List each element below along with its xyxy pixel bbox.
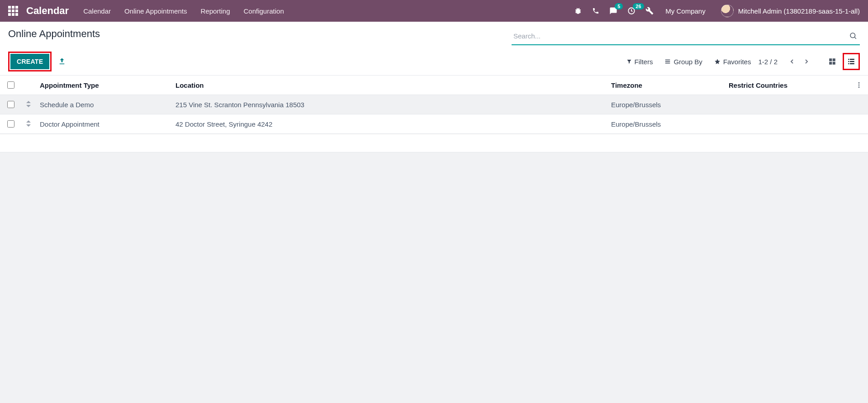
kanban-icon xyxy=(828,57,836,66)
optional-columns-button[interactable] xyxy=(855,81,864,89)
groupby-label: Group By xyxy=(674,58,702,66)
apps-grid-icon xyxy=(8,6,18,16)
view-kanban-button[interactable] xyxy=(825,55,839,68)
header-appointment-type[interactable]: Appointment Type xyxy=(36,76,172,95)
appointments-table: Appointment Type Location Timezone Restr… xyxy=(0,76,868,134)
svg-rect-11 xyxy=(850,63,854,64)
nav-systray: 5 26 My Company Mitchell Admin (13802189… xyxy=(574,5,860,17)
header-restrict-countries[interactable]: Restrict Countries xyxy=(725,76,852,95)
search-icon xyxy=(849,32,857,40)
svg-rect-3 xyxy=(833,58,835,61)
svg-point-14 xyxy=(859,86,860,88)
company-switcher[interactable]: My Company xyxy=(665,7,705,15)
sort-icon xyxy=(26,101,31,107)
svg-rect-8 xyxy=(848,61,849,62)
list-view-icon xyxy=(847,57,855,66)
search-input[interactable] xyxy=(512,32,847,40)
activities-button[interactable]: 26 xyxy=(627,7,636,15)
svg-rect-10 xyxy=(848,63,849,64)
search-button[interactable] xyxy=(847,30,859,42)
header-location[interactable]: Location xyxy=(172,76,607,95)
user-label: Mitchell Admin (13802189-saas-15-1-all) xyxy=(738,7,860,15)
sort-icon xyxy=(26,120,31,127)
list-view: Appointment Type Location Timezone Restr… xyxy=(0,76,868,152)
favorites-label: Favorites xyxy=(723,58,751,66)
drag-handle[interactable] xyxy=(26,120,31,127)
cell-restrict xyxy=(725,95,852,114)
svg-rect-2 xyxy=(829,58,832,61)
kebab-icon xyxy=(855,81,863,89)
view-list-button[interactable] xyxy=(844,55,858,68)
voip-button[interactable] xyxy=(592,7,599,14)
svg-rect-7 xyxy=(850,59,854,60)
cell-timezone: Europe/Brussels xyxy=(607,95,725,114)
cell-restrict xyxy=(725,114,852,134)
highlight-list-view xyxy=(843,53,860,70)
nav-link-reporting[interactable]: Reporting xyxy=(200,7,230,15)
table-footer xyxy=(0,134,868,152)
svg-rect-6 xyxy=(848,59,849,60)
search-options: Filters Group By Favorites xyxy=(626,58,751,66)
cell-appointment-type: Schedule a Demo xyxy=(36,95,172,114)
chevron-left-icon xyxy=(788,58,796,65)
favorites-menu[interactable]: Favorites xyxy=(714,58,751,66)
pager-next[interactable] xyxy=(800,55,813,68)
groupby-menu[interactable]: Group By xyxy=(664,58,702,66)
messages-button[interactable]: 5 xyxy=(609,7,617,15)
select-all-checkbox[interactable] xyxy=(7,81,14,89)
app-brand[interactable]: Calendar xyxy=(26,5,69,17)
cell-appointment-type: Doctor Appointment xyxy=(36,114,172,134)
control-panel: Online Appointments CREATE Filters xyxy=(0,22,868,76)
apps-menu-button[interactable] xyxy=(8,6,18,16)
phone-icon xyxy=(592,7,599,14)
table-row[interactable]: Doctor Appointment 42 Doctor Street, Syr… xyxy=(0,114,868,134)
header-timezone[interactable]: Timezone xyxy=(607,76,725,95)
svg-point-13 xyxy=(859,85,860,86)
table-header-row: Appointment Type Location Timezone Restr… xyxy=(0,76,868,95)
create-button[interactable]: CREATE xyxy=(10,54,49,69)
nav-links: Calendar Online Appointments Reporting C… xyxy=(83,7,284,15)
cell-location: 42 Doctor Street, Syringue 4242 xyxy=(172,114,607,134)
svg-rect-5 xyxy=(833,62,835,65)
table-row[interactable]: Schedule a Demo 215 Vine St. Scranton Pe… xyxy=(0,95,868,114)
wrench-icon xyxy=(645,7,654,15)
star-icon xyxy=(714,58,721,65)
filters-label: Filters xyxy=(635,58,653,66)
messages-badge: 5 xyxy=(615,3,623,9)
filters-menu[interactable]: Filters xyxy=(626,58,653,66)
svg-rect-9 xyxy=(850,61,854,62)
nav-link-online-appointments[interactable]: Online Appointments xyxy=(124,7,187,15)
highlight-create: CREATE xyxy=(8,52,52,71)
pager[interactable]: 1-2 / 2 xyxy=(758,58,778,66)
nav-link-configuration[interactable]: Configuration xyxy=(244,7,284,15)
top-nav: Calendar Calendar Online Appointments Re… xyxy=(0,0,868,22)
drag-handle[interactable] xyxy=(26,101,31,107)
cell-location: 215 Vine St. Scranton Pennsylvania 18503 xyxy=(172,95,607,114)
nav-link-calendar[interactable]: Calendar xyxy=(83,7,111,15)
svg-point-1 xyxy=(850,33,855,38)
activities-badge: 26 xyxy=(633,3,644,9)
bug-icon xyxy=(574,7,582,15)
chevron-right-icon xyxy=(803,58,810,65)
search-bar[interactable] xyxy=(512,28,860,45)
debug-button[interactable] xyxy=(574,7,582,15)
breadcrumb: Online Appointments xyxy=(8,28,100,40)
cell-timezone: Europe/Brussels xyxy=(607,114,725,134)
list-icon xyxy=(664,58,671,65)
user-menu[interactable]: Mitchell Admin (13802189-saas-15-1-all) xyxy=(721,5,860,17)
svg-rect-4 xyxy=(829,62,832,65)
pager-prev[interactable] xyxy=(786,55,798,68)
filter-icon xyxy=(626,59,632,64)
avatar xyxy=(721,5,734,17)
tools-button[interactable] xyxy=(645,7,654,15)
import-button[interactable] xyxy=(58,57,66,66)
upload-icon xyxy=(58,57,66,66)
row-checkbox[interactable] xyxy=(7,120,14,128)
row-checkbox[interactable] xyxy=(7,101,14,108)
svg-point-12 xyxy=(859,82,860,84)
